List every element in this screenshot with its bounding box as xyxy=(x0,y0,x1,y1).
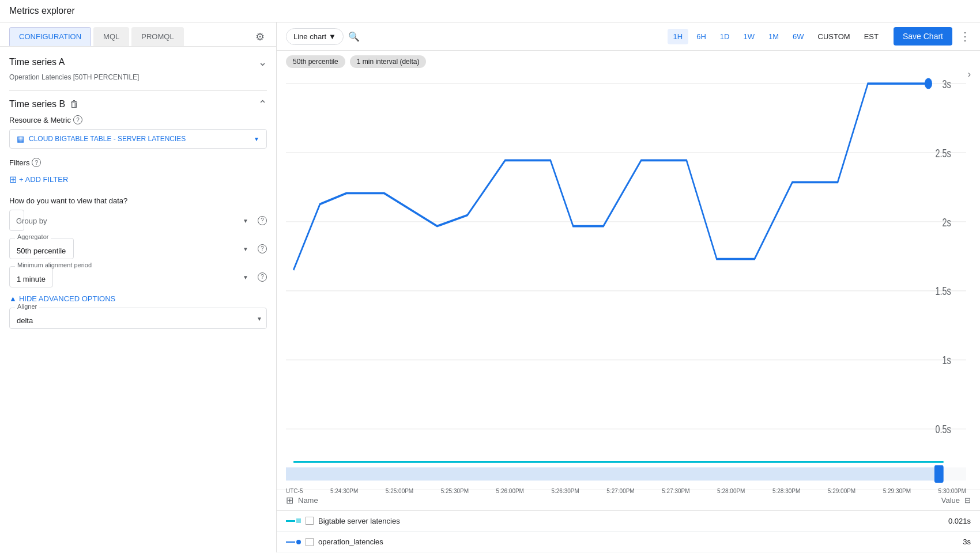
add-filter-button[interactable]: ⊞ + ADD FILTER xyxy=(9,172,68,187)
operation-checkbox[interactable] xyxy=(306,538,314,546)
tab-configuration[interactable]: CONFIGURATION xyxy=(9,27,91,46)
legend-row-operation: operation_latencies 3s xyxy=(277,532,980,552)
legend-operation-value: 3s xyxy=(793,532,980,552)
x-label-4: 5:26:00PM xyxy=(496,488,524,494)
scrubber-handle[interactable] xyxy=(934,465,944,483)
time-btn-1m[interactable]: 1M xyxy=(763,29,785,44)
time-btn-1w[interactable]: 1W xyxy=(737,29,760,44)
x-label-10: 5:29:00PM xyxy=(828,488,855,494)
group-by-help-icon[interactable]: ? xyxy=(258,216,267,225)
legend-grid-icon[interactable]: ⊞ xyxy=(286,495,293,506)
scrubber-range xyxy=(286,467,944,480)
svg-text:0.5s: 0.5s xyxy=(936,423,951,436)
tabs-bar: CONFIGURATION MQL PROMQL ⚙ xyxy=(0,22,276,47)
aligner-container: Aligner delta ▼ xyxy=(9,308,267,329)
min-alignment-select[interactable]: 1 minute xyxy=(9,266,53,287)
legend-bigtable-value: 0.021s xyxy=(793,511,980,532)
chart-type-dropdown-icon: ▼ xyxy=(329,32,336,41)
more-options-button[interactable]: ⋮ xyxy=(959,29,971,43)
aligner-label: Aligner xyxy=(15,303,39,310)
x-label-2: 5:25:00PM xyxy=(386,488,413,494)
add-filter-label: + ADD FILTER xyxy=(19,175,68,184)
legend-bigtable-name: Bigtable server latencies xyxy=(277,511,793,532)
time-btn-1d[interactable]: 1D xyxy=(714,29,736,44)
chart-svg: 3s 2.5s 2s 1.5s 1s 0.5s xyxy=(286,73,966,490)
x-label-utc: UTC-5 xyxy=(286,488,303,494)
group-by-row: Group by ▼ ? xyxy=(9,210,267,231)
time-btn-1h[interactable]: 1H xyxy=(668,29,689,44)
panel-content: Time series A ⌄ Operation Latencies [50T… xyxy=(0,47,276,552)
ts-a-expand-button[interactable]: ⌄ xyxy=(258,56,267,69)
operation-line-indicator xyxy=(286,541,295,543)
aligner-select[interactable]: delta xyxy=(9,308,267,329)
time-btn-6h[interactable]: 6H xyxy=(691,29,712,44)
hide-advanced-label: HIDE ADVANCED OPTIONS xyxy=(19,294,115,303)
group-by-container: Group by ▼ ? xyxy=(9,210,267,231)
svg-text:1.5s: 1.5s xyxy=(936,285,951,298)
aggregator-select[interactable]: 50th percentile xyxy=(9,238,74,259)
ts-b-header: Time series B 🗑 ⌃ xyxy=(9,98,267,111)
legend-columns-icon[interactable]: ⊟ xyxy=(964,496,971,505)
min-alignment-arrow-icon: ▼ xyxy=(243,274,248,280)
time-range-buttons: 1H 6H 1D 1W 1M 6W CUSTOM EST xyxy=(668,29,884,44)
x-label-1: 5:24:30PM xyxy=(330,488,358,494)
svg-text:2.5s: 2.5s xyxy=(936,146,951,160)
time-series-a-section: Time series A ⌄ Operation Latencies [50T… xyxy=(9,56,267,81)
ts-b-expand-button[interactable]: ⌃ xyxy=(258,98,267,111)
bigtable-checkbox[interactable] xyxy=(306,517,314,525)
filter-chip-interval[interactable]: 1 min interval (delta) xyxy=(350,55,427,68)
time-series-b-section: Time series B 🗑 ⌃ Resource & Metric ? ▦ … xyxy=(9,98,267,329)
left-panel: CONFIGURATION MQL PROMQL ⚙ Time series A… xyxy=(0,22,277,552)
ts-a-title: Time series A xyxy=(9,57,65,67)
aggregator-help-icon[interactable]: ? xyxy=(258,244,267,253)
legend-row-bigtable: Bigtable server latencies 0.021s xyxy=(277,511,980,532)
aggregator-select-wrapper: 50th percentile ▼ xyxy=(9,238,253,259)
tab-promql[interactable]: PROMQL xyxy=(131,27,183,46)
aggregator-label: Aggregator xyxy=(15,233,51,240)
resource-metric-help-icon[interactable]: ? xyxy=(73,115,82,124)
ts-a-header: Time series A ⌄ xyxy=(9,56,267,69)
filters-section: Filters ? ⊞ + ADD FILTER xyxy=(9,158,267,187)
chart-type-button[interactable]: Line chart ▼ xyxy=(286,28,344,45)
x-label-12: 5:30:00PM xyxy=(938,488,966,494)
operation-latencies-line xyxy=(293,84,928,270)
operation-label: operation_latencies xyxy=(318,537,383,546)
tab-mql[interactable]: MQL xyxy=(93,27,129,46)
operation-dot-indicator xyxy=(296,540,301,544)
filters-help-icon[interactable]: ? xyxy=(32,158,41,167)
filter-chip-percentile[interactable]: 50th percentile xyxy=(286,55,345,68)
legend-table: ⊞ Name Value ⊟ xyxy=(277,490,980,553)
group-by-select-wrapper: Group by ▼ xyxy=(9,210,253,231)
hide-advanced-button[interactable]: ▲ HIDE ADVANCED OPTIONS xyxy=(9,294,115,303)
x-label-9: 5:28:30PM xyxy=(772,488,800,494)
min-alignment-label: Minimum alignment period xyxy=(15,262,94,268)
bigtable-line-indicator xyxy=(286,520,295,522)
time-btn-custom[interactable]: CUSTOM xyxy=(812,29,856,44)
right-panel: Line chart ▼ 🔍 1H 6H 1D 1W 1M 6W CUSTOM … xyxy=(277,22,980,552)
time-btn-est[interactable]: EST xyxy=(858,29,884,44)
settings-button[interactable]: ⚙ xyxy=(253,28,267,46)
bar-chart-icon: ▦ xyxy=(17,134,24,143)
save-chart-button[interactable]: Save Chart xyxy=(894,27,952,46)
ts-b-delete-button[interactable]: 🗑 xyxy=(70,99,79,109)
advanced-toggle-icon: ▲ xyxy=(9,294,17,303)
divider-1 xyxy=(9,90,267,91)
ts-a-subtitle: Operation Latencies [50TH PERCENTILE] xyxy=(9,73,267,81)
app-title: Metrics explorer xyxy=(9,6,75,16)
bigtable-label: Bigtable server latencies xyxy=(318,517,400,525)
time-btn-6w[interactable]: 6W xyxy=(787,29,810,44)
metric-dropdown-arrow: ▼ xyxy=(254,136,259,142)
metric-selector-button[interactable]: ▦ CLOUD BIGTABLE TABLE - SERVER LATENCIE… xyxy=(9,129,267,149)
aggregator-container: Aggregator 50th percentile ▼ ? xyxy=(9,238,267,259)
min-alignment-help-icon[interactable]: ? xyxy=(258,272,267,282)
app-header: Metrics explorer xyxy=(0,0,980,22)
aligner-select-wrapper: delta ▼ xyxy=(9,308,267,329)
legend-operation-name: operation_latencies xyxy=(277,532,793,552)
svg-text:3s: 3s xyxy=(943,77,951,90)
chart-area: 3s 2.5s 2s 1.5s 1s 0.5s UTC- xyxy=(277,73,980,490)
group-by-select[interactable] xyxy=(9,210,24,231)
legend-tbody: Bigtable server latencies 0.021s xyxy=(277,511,980,552)
search-button[interactable]: 🔍 xyxy=(348,31,360,42)
line-end-dot xyxy=(925,78,932,89)
x-label-5: 5:26:30PM xyxy=(551,488,579,494)
